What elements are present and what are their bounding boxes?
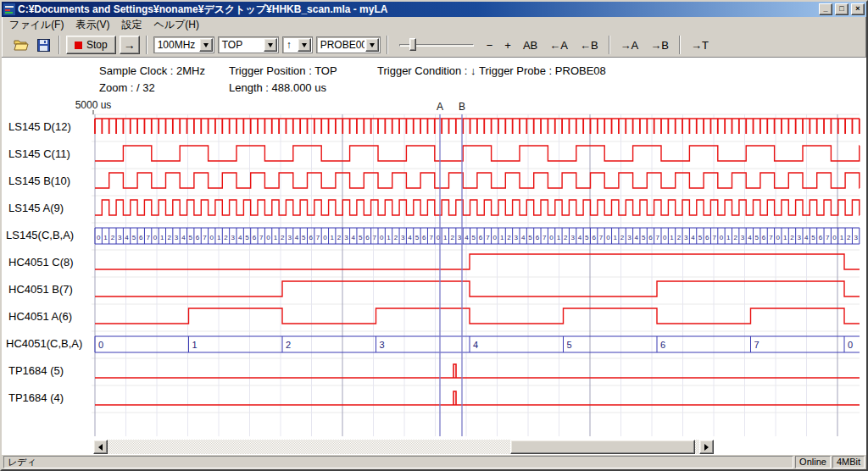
window-title: C:¥Documents and Settings¥noname¥デスクトップ¥… [18, 3, 816, 17]
svg-text:3: 3 [118, 234, 122, 241]
svg-text:6: 6 [365, 234, 370, 241]
svg-text:6: 6 [422, 234, 426, 241]
svg-text:0: 0 [323, 234, 327, 241]
svg-text:1: 1 [160, 234, 164, 241]
svg-text:2: 2 [790, 234, 794, 241]
svg-text:1: 1 [192, 340, 198, 350]
svg-text:5: 5 [754, 234, 759, 241]
svg-text:3: 3 [231, 234, 236, 241]
toolbar-separator [679, 36, 681, 54]
svg-text:3: 3 [401, 234, 405, 241]
arrow-right-icon [704, 444, 709, 451]
svg-text:1: 1 [783, 234, 787, 241]
svg-text:7: 7 [826, 234, 830, 241]
goto-marker-a-left-button[interactable]: ←A [545, 37, 572, 53]
svg-text:1: 1 [274, 234, 278, 241]
svg-text:0: 0 [720, 234, 724, 241]
length-info: Length : 488.000 us [229, 81, 326, 94]
folder-open-icon [14, 39, 29, 51]
svg-text:0: 0 [266, 234, 270, 241]
svg-text:3: 3 [287, 234, 292, 241]
zoom-slider-thumb[interactable] [409, 38, 416, 51]
menu-file[interactable]: ファイル(F) [3, 16, 70, 34]
svg-text:4: 4 [578, 234, 582, 241]
run-button[interactable]: → [120, 36, 140, 54]
svg-text:2: 2 [564, 234, 568, 241]
svg-text:4: 4 [748, 234, 752, 241]
toolbar: Stop → 100MHz TOP ↑ PROBE00 − + AB ←A ←B [2, 33, 866, 58]
open-file-button[interactable] [12, 36, 31, 54]
scroll-left-button[interactable] [93, 440, 108, 454]
zoom-out-button[interactable]: − [482, 37, 498, 53]
svg-text:4: 4 [181, 234, 186, 241]
svg-text:7: 7 [769, 234, 773, 241]
save-button[interactable] [34, 36, 53, 54]
menu-help[interactable]: ヘルプ(H) [147, 16, 205, 34]
svg-text:5: 5 [245, 234, 249, 241]
svg-text:1: 1 [103, 234, 108, 241]
goto-marker-b-left-button[interactable]: ←B [576, 37, 603, 53]
chevron-down-icon[interactable] [298, 38, 311, 52]
stop-button[interactable]: Stop [66, 36, 116, 54]
goto-marker-b-right-button[interactable]: →B [646, 37, 673, 53]
svg-text:1: 1 [557, 234, 561, 241]
maximize-button[interactable]: □ [835, 3, 849, 15]
ab-button[interactable]: AB [519, 37, 542, 53]
menu-view[interactable]: 表示(V) [70, 16, 115, 34]
svg-text:3: 3 [627, 234, 632, 241]
svg-text:7: 7 [754, 340, 760, 350]
svg-text:2: 2 [281, 234, 285, 241]
svg-text:4: 4 [465, 234, 469, 241]
scrollbar-thumb[interactable] [510, 440, 695, 454]
svg-text:3: 3 [684, 234, 688, 241]
svg-text:1: 1 [443, 234, 448, 241]
svg-text:0: 0 [210, 234, 214, 241]
goto-marker-a-right-button[interactable]: →A [616, 37, 643, 53]
svg-text:4: 4 [295, 234, 299, 241]
chevron-down-icon[interactable] [199, 38, 213, 52]
svg-text:2: 2 [337, 234, 342, 241]
svg-text:5: 5 [811, 234, 815, 241]
chevron-down-icon[interactable] [264, 38, 277, 52]
trigger-edge-select[interactable]: ↑ [282, 36, 313, 53]
toolbar-separator [146, 36, 147, 54]
app-window: C:¥Documents and Settings¥noname¥デスクトップ¥… [0, 0, 868, 471]
close-button[interactable]: × [851, 3, 865, 15]
goto-trigger-button[interactable]: →T [687, 37, 713, 53]
svg-text:6: 6 [819, 234, 823, 241]
svg-text:0: 0 [606, 234, 610, 241]
svg-text:6: 6 [536, 234, 540, 241]
svg-text:3: 3 [175, 234, 179, 241]
svg-text:4: 4 [125, 234, 129, 241]
svg-text:A: A [437, 101, 443, 113]
main-content: Sample Clock : 2MHz Trigger Position : T… [2, 58, 866, 455]
svg-text:0: 0 [848, 340, 853, 350]
waveform-display[interactable]: 0123456701234567012345670123456701234567… [2, 100, 866, 439]
svg-text:2: 2 [167, 234, 171, 241]
svg-text:6: 6 [479, 234, 483, 241]
svg-text:5: 5 [471, 234, 476, 241]
trigger-condition-info: Trigger Condition : ↓ [377, 64, 476, 77]
svg-text:B: B [459, 101, 465, 113]
svg-text:5: 5 [585, 234, 589, 241]
zoom-slider[interactable] [398, 36, 476, 53]
trigger-position-info: Trigger Position : TOP [229, 64, 337, 77]
svg-text:3: 3 [344, 234, 348, 241]
zoom-in-button[interactable]: + [500, 37, 515, 53]
scroll-right-button[interactable] [699, 440, 714, 454]
menu-settings[interactable]: 設定 [115, 16, 147, 34]
svg-text:3: 3 [798, 234, 802, 241]
probe-select[interactable]: PROBE00 [316, 36, 381, 53]
svg-text:5: 5 [698, 234, 703, 241]
svg-text:5: 5 [132, 234, 136, 241]
scrollbar-track[interactable] [108, 440, 699, 454]
svg-text:0: 0 [549, 234, 554, 241]
chevron-down-icon[interactable] [365, 38, 379, 52]
horizontal-scrollbar[interactable] [93, 440, 714, 454]
clock-rate-select[interactable]: 100MHz [153, 36, 214, 53]
svg-text:2: 2 [111, 234, 115, 241]
trigger-position-select[interactable]: TOP [218, 36, 279, 53]
minimize-button[interactable]: _ [819, 3, 832, 15]
stop-icon [75, 42, 82, 49]
svg-text:0: 0 [493, 234, 498, 241]
